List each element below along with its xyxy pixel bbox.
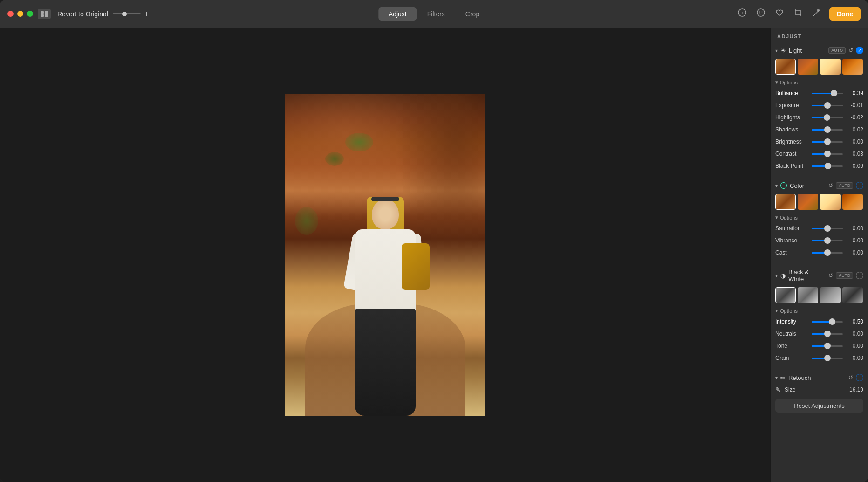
svg-line-9: [813, 11, 818, 16]
bw-thumb-2[interactable]: [798, 287, 818, 303]
light-thumb-1[interactable]: [775, 59, 796, 75]
black-point-slider[interactable]: [812, 162, 843, 170]
saturation-row: Saturation 0.00: [771, 222, 868, 234]
thumbnail-view-button[interactable]: [38, 9, 51, 19]
bw-enabled-circle[interactable]: [856, 272, 863, 279]
photo-image: [285, 94, 485, 416]
color-circle-icon: [780, 182, 787, 189]
bw-thumb-3[interactable]: [820, 287, 841, 303]
black-point-label: Black Point: [775, 163, 809, 169]
main-content: ADJUST ▾ ☀ Light AUTO ↺ ✓: [0, 28, 868, 482]
brightness-row: Brightness 0.00: [771, 136, 868, 148]
light-section-title: Light: [789, 47, 826, 54]
zoom-controls: +: [113, 10, 149, 18]
light-enabled-check[interactable]: ✓: [856, 47, 863, 54]
grain-slider[interactable]: [812, 354, 843, 362]
brightness-label: Brightness: [775, 138, 809, 145]
cast-slider[interactable]: [812, 248, 843, 257]
fullscreen-button[interactable]: [27, 11, 33, 17]
minimize-button[interactable]: [17, 11, 23, 17]
close-button[interactable]: [7, 11, 14, 17]
retouch-enabled-circle[interactable]: [856, 374, 863, 381]
revert-to-original-button[interactable]: Revert to Original: [57, 10, 108, 18]
tab-filters[interactable]: Filters: [417, 7, 455, 21]
light-thumb-2[interactable]: [798, 59, 818, 75]
contrast-label: Contrast: [775, 151, 809, 157]
color-reset-icon[interactable]: ↺: [828, 182, 833, 189]
light-section: ▾ ☀ Light AUTO ↺ ✓ ▾: [771, 43, 868, 172]
contrast-slider[interactable]: [812, 150, 843, 158]
right-panel: ADJUST ▾ ☀ Light AUTO ↺ ✓: [770, 28, 868, 482]
bw-options-chevron: ▾: [775, 308, 778, 314]
bw-chevron-icon: ▾: [775, 273, 778, 278]
brightness-slider[interactable]: [812, 138, 843, 146]
light-section-header[interactable]: ▾ ☀ Light AUTO ↺ ✓: [771, 43, 868, 57]
done-button[interactable]: Done: [829, 7, 861, 21]
app-window: Revert to Original + Adjust Filters Crop…: [0, 0, 868, 482]
tone-slider[interactable]: [812, 342, 843, 350]
color-thumb-4[interactable]: [842, 194, 863, 210]
traffic-lights: [7, 11, 33, 17]
black-point-row: Black Point 0.06: [771, 160, 868, 172]
light-auto-badge[interactable]: AUTO: [828, 47, 846, 54]
bw-section-header[interactable]: ▾ ◑ Black & White ↺ AUTO: [771, 265, 868, 285]
color-options-text: Options: [780, 215, 798, 220]
photo-container: [285, 94, 485, 416]
light-reset-icon[interactable]: ↺: [848, 47, 853, 54]
bw-thumb-1[interactable]: [775, 287, 796, 303]
shadows-slider[interactable]: [812, 125, 843, 134]
bw-auto-badge[interactable]: AUTO: [836, 272, 853, 279]
vibrance-label: Vibrance: [775, 237, 809, 244]
zoom-slider-thumb[interactable]: [122, 12, 127, 16]
color-enabled-circle[interactable]: [856, 182, 863, 189]
retouch-reset-icon[interactable]: ↺: [848, 374, 853, 381]
photo-area: [0, 28, 770, 482]
color-thumbnails: [771, 192, 868, 213]
magic-wand-icon[interactable]: [811, 7, 823, 21]
light-thumb-4[interactable]: [842, 59, 863, 75]
intensity-value: 0.50: [846, 318, 863, 325]
saturation-slider[interactable]: [812, 224, 843, 233]
divider-2: [771, 262, 868, 262]
neutrals-slider[interactable]: [812, 330, 843, 338]
saturation-value: 0.00: [846, 225, 863, 232]
retouch-section-header[interactable]: ▾ ✏ Retouch ↺: [771, 370, 868, 384]
size-value: 16.19: [849, 386, 863, 393]
color-section-header[interactable]: ▾ Color ↺ AUTO: [771, 178, 868, 192]
retouch-section-title: Retouch: [788, 374, 846, 381]
brilliance-value: 0.39: [846, 90, 863, 96]
color-auto-badge[interactable]: AUTO: [836, 182, 853, 189]
info-icon[interactable]: i: [736, 7, 748, 21]
color-thumb-2[interactable]: [798, 194, 818, 210]
color-section-actions: ↺ AUTO: [828, 182, 863, 189]
color-thumb-3[interactable]: [820, 194, 841, 210]
heart-icon[interactable]: [773, 7, 786, 21]
retouch-size-row: ✎ Size 16.19: [771, 384, 868, 395]
highlights-label: Highlights: [775, 114, 809, 121]
exposure-label: Exposure: [775, 102, 809, 109]
color-thumb-1[interactable]: [775, 194, 796, 210]
light-thumb-3[interactable]: [820, 59, 841, 75]
retouch-section: ▾ ✏ Retouch ↺ ✎ Size 16.19 Reset Adjustm…: [771, 370, 868, 414]
brilliance-slider[interactable]: [812, 89, 843, 97]
reset-adjustments-button[interactable]: Reset Adjustments: [775, 399, 863, 413]
crop-icon[interactable]: [792, 7, 804, 21]
tone-value: 0.00: [846, 343, 863, 349]
bw-reset-icon[interactable]: ↺: [828, 272, 833, 279]
tab-crop[interactable]: Crop: [455, 7, 490, 21]
contrast-row: Contrast 0.03: [771, 148, 868, 160]
neutrals-row: Neutrals 0.00: [771, 328, 868, 340]
color-section-title: Color: [790, 182, 826, 189]
brush-icon: ✎: [775, 386, 781, 393]
tone-label: Tone: [775, 343, 809, 349]
contrast-value: 0.03: [846, 151, 863, 157]
vibrance-slider[interactable]: [812, 236, 843, 245]
smiley-icon[interactable]: [755, 7, 767, 21]
bw-thumb-4[interactable]: [842, 287, 863, 303]
vibrance-row: Vibrance 0.00: [771, 234, 868, 247]
tab-adjust[interactable]: Adjust: [378, 7, 417, 21]
intensity-slider[interactable]: [812, 317, 843, 326]
exposure-slider[interactable]: [812, 101, 843, 110]
highlights-slider[interactable]: [812, 113, 843, 122]
bw-options-label: ▾ Options: [771, 307, 868, 316]
